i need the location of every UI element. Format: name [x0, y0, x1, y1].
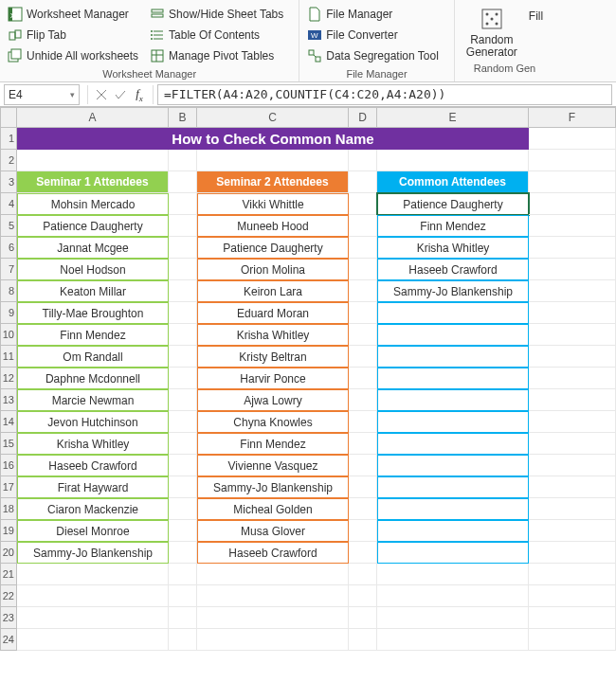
cell[interactable] — [197, 585, 349, 607]
cell[interactable] — [377, 629, 529, 651]
cell[interactable] — [169, 171, 197, 193]
cell[interactable] — [529, 280, 616, 302]
cell[interactable] — [169, 411, 197, 433]
cell[interactable] — [529, 324, 616, 346]
row-header[interactable]: 3 — [0, 171, 17, 193]
cell[interactable] — [169, 324, 197, 346]
row-header[interactable]: 20 — [0, 542, 17, 564]
cell[interactable] — [169, 498, 197, 520]
toc-button[interactable]: Table Of Contents — [148, 25, 285, 45]
col-header[interactable]: E — [377, 107, 529, 128]
enter-icon[interactable] — [114, 88, 127, 101]
row-header[interactable]: 2 — [0, 150, 17, 171]
list-item[interactable] — [377, 368, 529, 389]
cell[interactable] — [349, 193, 377, 215]
cell[interactable] — [169, 368, 197, 389]
cell[interactable] — [349, 411, 377, 433]
column-header-seminar1[interactable]: Seminar 1 Attendees — [17, 171, 169, 193]
cell[interactable] — [169, 280, 197, 302]
cell[interactable] — [349, 629, 377, 651]
list-item[interactable] — [377, 389, 529, 411]
list-item[interactable]: Sammy-Jo Blankenship — [377, 280, 529, 302]
row-header[interactable]: 24 — [0, 629, 17, 651]
row-header[interactable]: 21 — [0, 564, 17, 585]
row-header[interactable]: 7 — [0, 259, 17, 280]
cell[interactable] — [529, 237, 616, 259]
cell[interactable] — [169, 215, 197, 237]
list-item[interactable]: Jevon Hutchinson — [17, 411, 169, 433]
list-item[interactable]: Vivienne Vasquez — [197, 455, 349, 476]
cell[interactable] — [349, 389, 377, 411]
list-item[interactable]: Krisha Whitley — [377, 237, 529, 259]
unhide-all-button[interactable]: Unhide All worksheets — [6, 45, 140, 66]
cell[interactable] — [529, 498, 616, 520]
fill-button[interactable]: Fill — [523, 4, 549, 61]
cell[interactable] — [169, 476, 197, 498]
chevron-down-icon[interactable]: ▾ — [70, 90, 75, 99]
row-header[interactable]: 5 — [0, 215, 17, 237]
list-item[interactable]: Ajwa Lowry — [197, 389, 349, 411]
cell[interactable] — [169, 389, 197, 411]
cell[interactable] — [529, 520, 616, 542]
cell[interactable] — [377, 150, 529, 171]
cell[interactable] — [377, 585, 529, 607]
cell[interactable] — [169, 150, 197, 171]
list-item[interactable] — [377, 542, 529, 564]
cancel-icon[interactable] — [95, 88, 108, 101]
column-header-seminar2[interactable]: Seminar 2 Attendees — [197, 171, 349, 193]
row-header[interactable]: 22 — [0, 585, 17, 607]
cell[interactable] — [17, 607, 169, 629]
cell[interactable] — [349, 302, 377, 324]
fx-icon[interactable]: fx — [133, 88, 146, 101]
row-header[interactable]: 10 — [0, 324, 17, 346]
col-header[interactable]: B — [169, 107, 197, 128]
cell[interactable] — [529, 542, 616, 564]
list-item[interactable]: Micheal Golden — [197, 498, 349, 520]
cell[interactable] — [197, 607, 349, 629]
list-item[interactable] — [377, 302, 529, 324]
cell[interactable] — [529, 128, 616, 150]
col-header[interactable]: D — [349, 107, 377, 128]
list-item[interactable] — [377, 520, 529, 542]
data-segregation-button[interactable]: Data Segregation Tool — [305, 45, 441, 66]
list-item[interactable]: Keaton Millar — [17, 280, 169, 302]
cell[interactable] — [529, 476, 616, 498]
list-item[interactable]: Kristy Beltran — [197, 346, 349, 368]
cell[interactable] — [529, 368, 616, 389]
list-item[interactable] — [377, 433, 529, 455]
cell[interactable] — [17, 150, 169, 171]
row-header[interactable]: 17 — [0, 476, 17, 498]
cell[interactable] — [197, 150, 349, 171]
select-all-corner[interactable] — [0, 107, 17, 128]
flip-tab-button[interactable]: Flip Tab — [6, 25, 140, 45]
row-header[interactable]: 13 — [0, 389, 17, 411]
cell[interactable] — [349, 564, 377, 585]
cell[interactable] — [349, 520, 377, 542]
list-item[interactable]: Harvir Ponce — [197, 368, 349, 389]
row-header[interactable]: 16 — [0, 455, 17, 476]
list-item[interactable]: Haseeb Crawford — [197, 542, 349, 564]
list-item[interactable]: Marcie Newman — [17, 389, 169, 411]
cell[interactable] — [349, 455, 377, 476]
col-header[interactable]: C — [197, 107, 349, 128]
list-item[interactable]: Daphne Mcdonnell — [17, 368, 169, 389]
column-header-common[interactable]: Common Attendees — [377, 171, 529, 193]
list-item[interactable]: Chyna Knowles — [197, 411, 349, 433]
cell[interactable] — [529, 302, 616, 324]
cell[interactable] — [529, 150, 616, 171]
row-header[interactable]: 18 — [0, 498, 17, 520]
cell[interactable] — [529, 259, 616, 280]
name-box[interactable]: E4 ▾ — [4, 84, 80, 105]
list-item[interactable]: Krisha Whitley — [197, 324, 349, 346]
row-header[interactable]: 15 — [0, 433, 17, 455]
row-header[interactable]: 1 — [0, 128, 17, 150]
list-item[interactable]: Vikki Whittle — [197, 193, 349, 215]
list-item[interactable]: Mohsin Mercado — [17, 193, 169, 215]
file-converter-button[interactable]: W File Converter — [305, 25, 441, 45]
cell[interactable] — [349, 237, 377, 259]
row-header[interactable]: 4 — [0, 193, 17, 215]
cell[interactable] — [529, 433, 616, 455]
list-item[interactable]: Keiron Lara — [197, 280, 349, 302]
cell[interactable] — [349, 346, 377, 368]
cell[interactable] — [377, 607, 529, 629]
